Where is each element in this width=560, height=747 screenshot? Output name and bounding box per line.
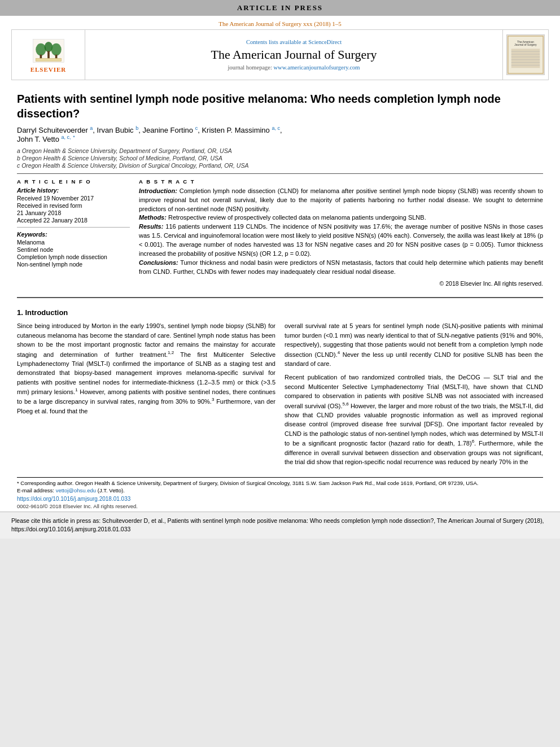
svg-rect-7 bbox=[36, 58, 61, 61]
intro-text: Completion lymph node dissection (CLND) … bbox=[139, 187, 543, 212]
svg-rect-5 bbox=[47, 51, 50, 59]
keywords-list: Melanoma Sentinel node Completion lymph … bbox=[17, 239, 130, 268]
svg-rect-12 bbox=[511, 49, 540, 68]
section-divider bbox=[17, 297, 543, 298]
revised-label: Received in revised form bbox=[17, 202, 130, 209]
cite-bar: Please cite this article in press as: Sc… bbox=[0, 512, 560, 539]
contents-available-line: Contents lists available at ScienceDirec… bbox=[246, 39, 342, 45]
info-divider bbox=[17, 227, 130, 228]
abstract-text: Introduction: Completion lymph node diss… bbox=[139, 187, 543, 277]
article-info-column: A R T I C L E I N F O Article history: R… bbox=[17, 178, 130, 287]
keyword-2: Sentinel node bbox=[17, 246, 130, 253]
journal-cover-thumbnail: The American Journal of Surgery bbox=[506, 34, 545, 75]
email-link[interactable]: vettoj@ohsu.edu bbox=[56, 487, 96, 493]
affiliation-c: c Oregon Health & Science University, Di… bbox=[17, 162, 543, 169]
intro-right-col: overall survival rate at 5 years for sen… bbox=[285, 321, 543, 466]
keyword-3: Completion lymph node dissection bbox=[17, 254, 130, 260]
science-direct-link[interactable]: ScienceDirect bbox=[308, 39, 342, 45]
affiliation-a: a Oregon Health & Science University, De… bbox=[17, 147, 543, 154]
journal-reference: The American Journal of Surgery xxx (201… bbox=[0, 16, 560, 27]
journal-header-box: ELSEVIER Contents lists available at Sci… bbox=[11, 29, 549, 80]
svg-text:The American: The American bbox=[517, 41, 534, 43]
revised-date: 21 January 2018 bbox=[17, 209, 130, 216]
keyword-4: Non-sentinel lymph node bbox=[17, 261, 130, 268]
intro-two-col: Since being introduced by Morton in the … bbox=[17, 321, 543, 466]
journal-homepage-link[interactable]: www.americanjournalofsurgery.com bbox=[274, 64, 360, 71]
copyright-line: © 2018 Elsevier Inc. All rights reserved… bbox=[139, 280, 543, 287]
intro-left-text: Since being introduced by Morton in the … bbox=[17, 321, 275, 416]
received-date: Received 19 November 2017 bbox=[17, 195, 130, 202]
journal-title-area: Contents lists available at ScienceDirec… bbox=[85, 30, 503, 80]
article-body: Patients with sentinel lymph node positi… bbox=[0, 80, 560, 292]
issn-line: 0002-9610/© 2018 Elsevier Inc. All right… bbox=[17, 503, 543, 509]
doi-link[interactable]: https://doi.org/10.1016/j.amjsurg.2018.0… bbox=[17, 496, 130, 502]
elsevier-tree-icon bbox=[29, 37, 68, 65]
email-line: E-mail address: vettoj@ohsu.edu (J.T. Ve… bbox=[17, 487, 543, 493]
affiliation-b: b Oregon Health & Science University, Sc… bbox=[17, 155, 543, 161]
corresponding-author-note: * Corresponding author. Oregon Health & … bbox=[17, 480, 543, 486]
conclusions-text: Tumor thickness and nodal basin were pre… bbox=[139, 259, 543, 275]
intro-right-text-2: Recent publication of two randomized con… bbox=[285, 373, 543, 466]
abstract-label: A B S T R A C T bbox=[139, 178, 543, 185]
journal-thumbnail-area: The American Journal of Surgery bbox=[503, 30, 548, 80]
article-title: Patients with sentinel lymph node positi… bbox=[17, 91, 543, 121]
elsevier-logo-area: ELSEVIER bbox=[12, 30, 85, 80]
svg-point-1 bbox=[36, 43, 46, 56]
affiliations: a Oregon Health & Science University, De… bbox=[17, 147, 543, 169]
intro-right-text-1: overall survival rate at 5 years for sen… bbox=[285, 321, 543, 368]
methods-text: Retrospective review of prospectively co… bbox=[168, 214, 426, 221]
authors-line: Darryl Schuitevoerder a, Irvan Bubic b, … bbox=[17, 125, 543, 144]
footnote-area: * Corresponding author. Oregon Health & … bbox=[17, 477, 543, 493]
article-info-abstract-layout: A R T I C L E I N F O Article history: R… bbox=[17, 178, 543, 287]
doi-line: https://doi.org/10.1016/j.amjsurg.2018.0… bbox=[17, 496, 543, 502]
results-label: Results: bbox=[139, 223, 163, 230]
main-content: 1. Introduction Since being introduced b… bbox=[0, 303, 560, 472]
abstract-column: A B S T R A C T Introduction: Completion… bbox=[139, 178, 543, 287]
results-text: 116 patients underwent 119 CLNDs. The in… bbox=[139, 223, 543, 257]
intro-left-col: Since being introduced by Morton in the … bbox=[17, 321, 275, 466]
article-in-press-banner: ARTICLE IN PRESS bbox=[0, 0, 560, 16]
keywords-label: Keywords: bbox=[17, 231, 130, 238]
journal-homepage-line: journal homepage: www.americanjournalofs… bbox=[228, 64, 360, 71]
methods-label: Methods: bbox=[139, 214, 167, 221]
intro-label: Introduction: bbox=[139, 187, 177, 194]
svg-text:Journal of Surgery: Journal of Surgery bbox=[514, 43, 537, 46]
conclusions-label: Conclusions: bbox=[139, 259, 178, 266]
article-history: Article history: Received 19 November 20… bbox=[17, 187, 130, 224]
svg-point-3 bbox=[51, 43, 61, 56]
accepted-date: Accepted 22 January 2018 bbox=[17, 217, 130, 224]
divider-1 bbox=[17, 173, 543, 174]
journal-title: The American Journal of Surgery bbox=[211, 47, 377, 62]
article-info-label: A R T I C L E I N F O bbox=[17, 178, 130, 185]
history-label: Article history: bbox=[17, 187, 130, 194]
keyword-1: Melanoma bbox=[17, 239, 130, 246]
intro-heading: 1. Introduction bbox=[17, 308, 543, 317]
elsevier-brand-text: ELSEVIER bbox=[30, 66, 67, 73]
